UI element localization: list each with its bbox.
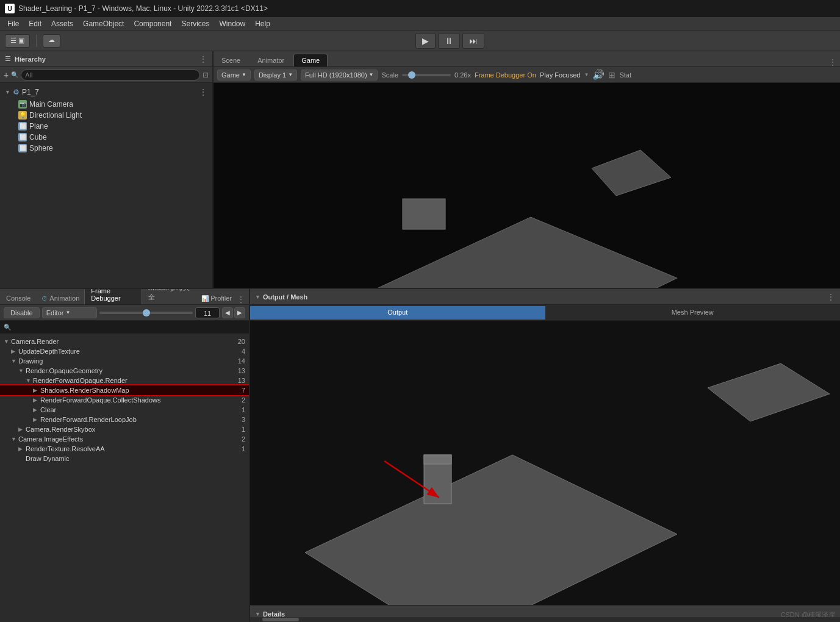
p1-context-menu[interactable]: ⋮ — [199, 87, 207, 97]
play-focused-btn[interactable]: Play Focused — [540, 71, 581, 79]
fd-triangle-drawing: ▼ — [11, 358, 17, 364]
hierarchy-item-plane[interactable]: ⬜ Plane — [0, 121, 212, 132]
hierarchy-item-main-camera[interactable]: 📷 Main Camera — [0, 99, 212, 110]
tab-scene[interactable]: Scene — [214, 54, 248, 66]
tab-game[interactable]: Game — [293, 54, 328, 66]
menu-services[interactable]: Services — [176, 18, 214, 29]
fd-triangle-skybox: ▶ — [18, 426, 24, 432]
tab-console[interactable]: Console — [0, 292, 37, 304]
bottom-section: Console ⏱ Animation Frame Debugger Shade… — [0, 289, 840, 622]
menu-window[interactable]: Window — [214, 18, 250, 29]
fd-triangle-collect-shadows: ▶ — [33, 397, 39, 403]
hierarchy-toolbar: + 🔍 ⊡ — [0, 67, 212, 83]
output-tab-mesh-preview[interactable]: Mesh Preview — [545, 306, 841, 320]
menu-component[interactable]: Component — [129, 18, 176, 29]
fd-row-update-depth[interactable]: ▶ UpdateDepthTexture 4 — [0, 346, 249, 356]
hierarchy-menu-icon: ☰ — [5, 55, 11, 63]
fd-row-resolve-aa[interactable]: ▶ RenderTexture.ResolveAA 1 — [0, 444, 249, 454]
display-dropdown[interactable]: Display 1 ▼ — [254, 70, 297, 80]
fd-row-shadows-rendershadowmap[interactable]: ▶ Shadows.RenderShadowMap 7 — [0, 385, 249, 395]
game-dropdown-arrow: ▼ — [242, 72, 246, 77]
fd-slider[interactable] — [99, 307, 193, 318]
output-collapse-icon[interactable]: ▼ — [255, 294, 260, 300]
hierarchy-item-directional-light[interactable]: 💡 Directional Light — [0, 110, 212, 121]
fd-triangle-render-opaque: ▼ — [18, 368, 24, 374]
menu-help[interactable]: Help — [250, 18, 275, 29]
fd-next-arrow[interactable]: ▶ — [234, 307, 245, 318]
hierarchy-item-cube[interactable]: ⬜ Cube — [0, 132, 212, 143]
toolbar-grid-icon[interactable]: ⊞ — [608, 70, 616, 80]
main-layout: ☰ Hierarchy ⋮ + 🔍 ⊡ ▼ ⚙ P1_7 ⋮ — [0, 51, 840, 622]
game-toolbar: Game ▼ Display 1 ▼ Full HD (1920x1080) ▼… — [214, 67, 840, 83]
fd-row-clear[interactable]: ▶ Clear 1 — [0, 405, 249, 415]
fd-frame-number: 11 — [195, 307, 220, 318]
fd-row-render-opaque[interactable]: ▼ Render.OpaqueGeometry 13 — [0, 366, 249, 376]
tab-menu-icon[interactable]: ⋮ — [829, 58, 836, 66]
hierarchy-title: Hierarchy — [15, 55, 46, 63]
fd-row-drawing[interactable]: ▼ Drawing 14 — [0, 356, 249, 366]
light-icon: 💡 — [18, 111, 27, 120]
tab-profiler[interactable]: 📊 Profiler — [196, 292, 237, 304]
hierarchy-search-icon: 🔍 — [11, 71, 18, 78]
hierarchy-item-sphere[interactable]: ⬜ Sphere — [0, 143, 212, 154]
fd-toolbar: Disable Editor ▼ 11 ◀ ▶ — [0, 305, 249, 321]
menu-edit[interactable]: Edit — [24, 18, 46, 29]
toolbar-center: ▶ ⏸ ⏭ — [64, 33, 835, 49]
frame-debugger-btn[interactable]: Frame Debugger On — [475, 71, 536, 79]
game-mode-dropdown[interactable]: Game ▼ — [217, 70, 251, 80]
window-title: Shader_Leaning - P1_7 - Windows, Mac, Li… — [18, 4, 268, 13]
fd-row-render-skybox[interactable]: ▶ Camera.RenderSkybox 1 — [0, 424, 249, 434]
bottom-scrollbar[interactable] — [250, 617, 840, 622]
mesh-icon-plane: ⬜ — [18, 122, 27, 130]
game-scene-svg — [214, 83, 840, 288]
details-collapse-icon[interactable]: ▼ — [255, 611, 260, 617]
fd-triangle-resolve-aa: ▶ — [18, 446, 24, 452]
fd-row-camera-render[interactable]: ▼ Camera.Render 20 — [0, 337, 249, 346]
fd-search-input[interactable] — [13, 324, 245, 331]
mesh-icon-cube: ⬜ — [18, 133, 27, 141]
play-button[interactable]: ▶ — [415, 33, 436, 49]
fd-disable-btn[interactable]: Disable — [4, 307, 40, 318]
pause-button[interactable]: ⏸ — [438, 33, 460, 49]
hierarchy-item-p1-7[interactable]: ▼ ⚙ P1_7 ⋮ — [0, 85, 212, 99]
fd-row-renderloop[interactable]: ▶ RenderForward.RenderLoopJob 3 — [0, 415, 249, 424]
fd-row-image-effects[interactable]: ▼ Camera.ImageEffects 2 — [0, 434, 249, 444]
hierarchy-filter-icon[interactable]: ⊡ — [203, 71, 209, 79]
toolbar-speaker-icon[interactable]: 🔊 — [592, 69, 605, 80]
tab-animation[interactable]: ⏱ Animation — [37, 292, 84, 304]
toolbar-hand-button[interactable]: ☰ ▣ — [5, 34, 30, 48]
cloud-button[interactable]: ☁ — [43, 34, 60, 48]
step-button[interactable]: ⏭ — [462, 33, 484, 49]
output-tab-output[interactable]: Output — [250, 306, 545, 320]
fd-row-draw-dynamic[interactable]: Draw Dynamic — [0, 454, 249, 463]
bottom-panel-menu[interactable]: ⋮ — [237, 295, 249, 304]
hierarchy-panel: ☰ Hierarchy ⋮ + 🔍 ⊡ ▼ ⚙ P1_7 ⋮ — [0, 51, 214, 288]
fd-search: 🔍 — [0, 321, 249, 334]
hierarchy-add-icon[interactable]: + — [4, 70, 9, 80]
fd-editor-dropdown[interactable]: Editor ▼ — [42, 307, 97, 318]
top-section: ☰ Hierarchy ⋮ + 🔍 ⊡ ▼ ⚙ P1_7 ⋮ — [0, 51, 840, 289]
output-header: ▼ Output / Mesh ⋮ — [250, 289, 840, 305]
play-focused-arrow: ▼ — [584, 72, 589, 77]
menubar: File Edit Assets GameObject Component Se… — [0, 17, 840, 30]
tab-shader-ref[interactable]: Shader参考大全 — [142, 289, 196, 304]
fd-prev-arrow[interactable]: ◀ — [222, 307, 233, 318]
tab-frame-debugger[interactable]: Frame Debugger — [84, 289, 142, 304]
fd-row-render-forward-opaque[interactable]: ▼ RenderForwardOpaque.Render 13 — [0, 376, 249, 385]
camera-icon: 📷 — [18, 100, 27, 109]
resolution-dropdown[interactable]: Full HD (1920x1080) ▼ — [301, 70, 378, 80]
output-menu-btn[interactable]: ⋮ — [827, 292, 835, 302]
menu-file[interactable]: File — [2, 18, 24, 29]
tab-animator[interactable]: Animator — [249, 54, 292, 66]
profiler-icon: 📊 — [201, 295, 209, 302]
menu-gameobject[interactable]: GameObject — [78, 18, 129, 29]
hierarchy-menu-button[interactable]: ⋮ — [199, 54, 207, 64]
fd-editor-arrow: ▼ — [65, 310, 70, 315]
menu-assets[interactable]: Assets — [46, 18, 78, 29]
fd-row-collect-shadows[interactable]: ▶ RenderForwardOpaque.CollectShadows 2 — [0, 395, 249, 405]
scale-slider[interactable] — [402, 74, 451, 76]
hierarchy-search-input[interactable] — [21, 70, 200, 80]
frame-debugger-panel: Console ⏱ Animation Frame Debugger Shade… — [0, 289, 250, 622]
fd-arrows: ◀ ▶ — [222, 307, 245, 318]
tab-options: ⋮ — [829, 58, 840, 66]
